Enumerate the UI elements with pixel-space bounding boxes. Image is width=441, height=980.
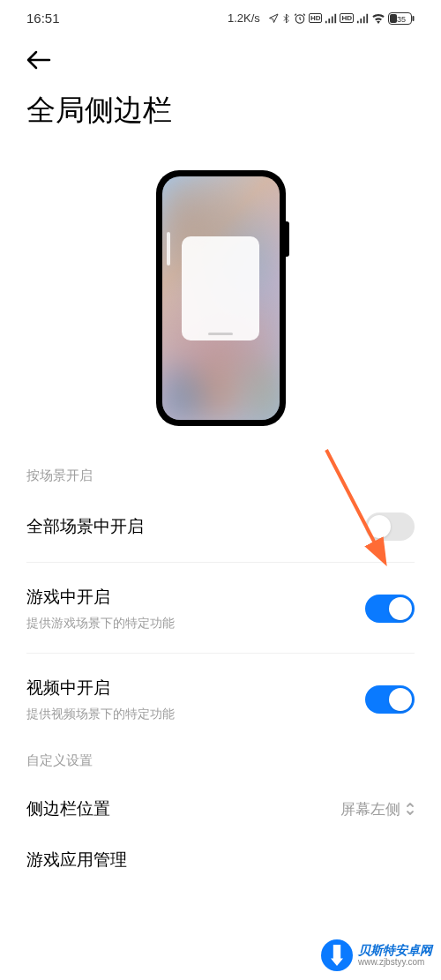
hd-icon-2: HD [340, 13, 354, 23]
setting-all-scenes[interactable]: 全部场景中开启 [0, 500, 441, 553]
toggle-all-scenes[interactable] [365, 512, 415, 541]
setting-title: 侧边栏位置 [26, 797, 110, 820]
watermark-logo-icon [321, 939, 353, 971]
alarm-icon [294, 12, 306, 25]
svg-rect-2 [413, 16, 415, 21]
svg-rect-3 [390, 14, 397, 23]
location-icon [268, 13, 279, 24]
up-down-chevron-icon [406, 801, 415, 817]
setting-value-container: 屏幕左侧 [340, 799, 415, 819]
phone-preview [0, 153, 441, 457]
signal-icon-1 [325, 13, 337, 24]
status-time: 16:51 [26, 11, 60, 26]
setting-value: 屏幕左侧 [340, 799, 400, 819]
custom-section-label: 自定义设置 [0, 742, 441, 785]
toggle-game[interactable] [365, 595, 415, 623]
scene-section-label: 按场景开启 [0, 457, 441, 500]
svg-text:35: 35 [397, 14, 406, 23]
setting-subtitle: 提供游戏场景下的特定功能 [26, 616, 175, 632]
arrow-left-icon [26, 50, 51, 70]
setting-title: 视频中开启 [26, 677, 175, 699]
page-title: 全局侧边栏 [0, 82, 441, 153]
setting-game[interactable]: 游戏中开启 提供游戏场景下的特定功能 [0, 573, 441, 644]
battery-icon: 35 [388, 12, 415, 25]
setting-video[interactable]: 视频中开启 提供视频场景下的特定功能 [0, 664, 441, 735]
status-bar: 16:51 1.2K/s HD HD 35 [0, 0, 441, 33]
phone-mockup [156, 170, 286, 426]
hd-icon: HD [309, 13, 323, 23]
toggle-video[interactable] [365, 685, 415, 714]
network-speed: 1.2K/s [228, 11, 260, 25]
watermark: 贝斯特安卓网 www.zjbstyy.com [321, 939, 432, 971]
sidebar-indicator [167, 232, 170, 266]
floating-card [182, 236, 259, 340]
back-button[interactable] [0, 33, 441, 82]
setting-subtitle: 提供视频场景下的特定功能 [26, 707, 175, 722]
setting-title: 游戏应用管理 [26, 849, 415, 872]
setting-sidebar-position[interactable]: 侧边栏位置 屏幕左侧 [0, 785, 441, 833]
signal-icon-2 [356, 13, 369, 24]
setting-title: 全部场景中开启 [26, 515, 144, 538]
status-indicators: 1.2K/s HD HD 35 [228, 11, 415, 25]
setting-title: 游戏中开启 [26, 586, 175, 609]
wifi-icon [371, 13, 385, 24]
bluetooth-icon [281, 12, 291, 25]
watermark-url: www.zjbstyy.com [358, 957, 432, 967]
phone-screen [162, 176, 280, 420]
watermark-title: 贝斯特安卓网 [358, 944, 432, 957]
setting-game-app-management[interactable]: 游戏应用管理 [0, 833, 441, 872]
